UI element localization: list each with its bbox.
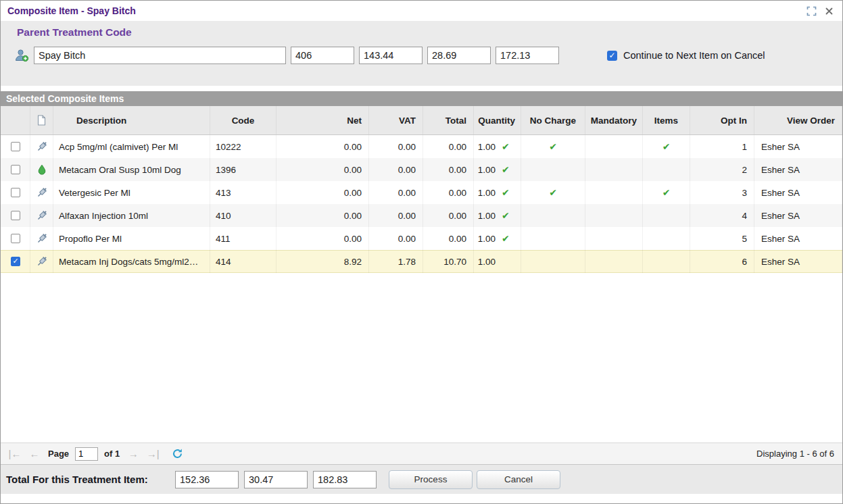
cell-items: ✔ bbox=[643, 135, 690, 158]
cell-items bbox=[643, 158, 690, 181]
cell-no-charge bbox=[521, 227, 585, 250]
parent-vat-field[interactable] bbox=[427, 47, 491, 64]
table-row[interactable]: Vetergesic Per Ml4130.000.000.001.00✔✔✔3… bbox=[1, 181, 842, 204]
droplet-icon bbox=[37, 164, 47, 175]
column-header-mandatory[interactable]: Mandatory bbox=[585, 106, 643, 134]
maximize-icon bbox=[806, 6, 817, 16]
column-header-opt-in[interactable]: Opt In bbox=[690, 106, 754, 134]
table-row[interactable]: Propoflo Per Ml4110.000.000.001.00✔5Eshe… bbox=[1, 227, 842, 250]
column-header-vat[interactable]: VAT bbox=[369, 106, 423, 134]
check-icon: ✔ bbox=[502, 210, 510, 221]
row-select-cell bbox=[1, 250, 30, 273]
parent-code-field[interactable] bbox=[291, 47, 354, 64]
header-select-column bbox=[1, 106, 30, 134]
first-page-button[interactable]: |← bbox=[7, 448, 22, 459]
column-header-description[interactable]: Description bbox=[53, 106, 210, 134]
cell-code: 1396 bbox=[210, 158, 276, 181]
column-header-code[interactable]: Code bbox=[210, 106, 276, 134]
table-header: Description Code Net VAT Total Quantity … bbox=[1, 106, 842, 135]
footer-total-field[interactable] bbox=[313, 471, 377, 488]
column-header-view-order[interactable]: View Order bbox=[754, 106, 842, 134]
continue-checkbox[interactable] bbox=[607, 51, 617, 61]
check-icon: ✔ bbox=[549, 141, 557, 152]
check-icon: ✔ bbox=[502, 164, 510, 175]
next-page-button[interactable]: → bbox=[126, 448, 141, 459]
cell-net: 0.00 bbox=[276, 135, 369, 158]
cell-opt-in: 5 bbox=[690, 227, 754, 250]
syringe-icon bbox=[36, 186, 48, 199]
refresh-button[interactable] bbox=[170, 447, 184, 461]
cell-mandatory bbox=[585, 135, 643, 158]
cell-opt-in: 1 bbox=[690, 135, 754, 158]
row-checkbox[interactable] bbox=[11, 188, 20, 197]
dialog-title: Composite Item - Spay Bitch bbox=[7, 5, 136, 16]
table-row[interactable]: Alfaxan Injection 10ml4100.000.000.001.0… bbox=[1, 204, 842, 227]
row-checkbox[interactable] bbox=[11, 142, 20, 151]
cell-code: 411 bbox=[210, 227, 276, 250]
cell-no-charge bbox=[521, 250, 585, 273]
cell-quantity: 1.00✔ bbox=[474, 204, 521, 227]
cell-view-order: Esher SA bbox=[754, 158, 842, 181]
column-header-net[interactable]: Net bbox=[276, 106, 369, 134]
cell-view-order: Esher SA bbox=[754, 181, 842, 204]
cancel-button[interactable]: Cancel bbox=[477, 470, 560, 489]
column-header-no-charge[interactable]: No Charge bbox=[521, 106, 585, 134]
cell-quantity: 1.00✔ bbox=[474, 158, 521, 181]
table-row[interactable]: Metacam Oral Susp 10ml Dog13960.000.000.… bbox=[1, 158, 842, 181]
table-row[interactable]: Metacam Inj Dogs/cats 5mg/ml2…4148.921.7… bbox=[1, 250, 842, 273]
row-icon-cell bbox=[30, 250, 53, 273]
column-header-quantity[interactable]: Quantity bbox=[474, 106, 521, 134]
syringe-icon bbox=[36, 141, 48, 153]
paging-toolbar: |← ← Page of 1 → →| Displaying 1 - 6 of … bbox=[1, 443, 842, 464]
parent-net-field[interactable] bbox=[359, 47, 423, 64]
syringe-icon bbox=[36, 209, 48, 222]
prev-page-button[interactable]: ← bbox=[27, 448, 42, 459]
parent-fields-row: Continue to Next Item on Cancel bbox=[14, 47, 842, 64]
footer-net-field[interactable] bbox=[175, 471, 239, 488]
close-icon bbox=[825, 7, 833, 15]
cell-no-charge bbox=[521, 158, 585, 181]
column-header-items[interactable]: Items bbox=[643, 106, 690, 134]
row-select-cell bbox=[1, 135, 30, 158]
maximize-button[interactable] bbox=[804, 4, 818, 18]
footer-vat-field[interactable] bbox=[244, 471, 308, 488]
footer-total-label: Total For this Treatment Item: bbox=[6, 474, 175, 485]
row-checkbox[interactable] bbox=[11, 165, 20, 174]
parent-section-heading: Parent Treatment Code bbox=[17, 26, 842, 39]
cell-code: 410 bbox=[210, 204, 276, 227]
bottom-strip bbox=[1, 494, 842, 503]
check-icon: ✔ bbox=[663, 141, 671, 152]
cell-mandatory bbox=[585, 250, 643, 273]
process-button[interactable]: Process bbox=[389, 470, 473, 489]
cell-opt-in: 2 bbox=[690, 158, 754, 181]
cell-net: 8.92 bbox=[276, 250, 369, 273]
row-icon-cell bbox=[30, 158, 53, 181]
cell-description: Alfaxan Injection 10ml bbox=[53, 204, 210, 227]
cell-opt-in: 4 bbox=[690, 204, 754, 227]
cell-mandatory bbox=[585, 158, 643, 181]
user-icon bbox=[14, 48, 29, 63]
cell-quantity: 1.00✔ bbox=[474, 181, 521, 204]
page-input[interactable] bbox=[75, 447, 98, 461]
column-header-total[interactable]: Total bbox=[423, 106, 474, 134]
row-checkbox[interactable] bbox=[11, 211, 20, 220]
parent-treatment-section: Parent Treatment Code Continue to Next I… bbox=[1, 21, 842, 86]
cell-code: 414 bbox=[210, 250, 276, 273]
row-select-cell bbox=[1, 158, 30, 181]
cell-quantity: 1.00✔ bbox=[474, 135, 521, 158]
header-item-icon-column[interactable] bbox=[30, 106, 53, 134]
check-icon: ✔ bbox=[502, 141, 510, 152]
cell-items bbox=[643, 250, 690, 273]
parent-total-field[interactable] bbox=[496, 47, 559, 64]
last-page-button[interactable]: →| bbox=[145, 448, 160, 459]
document-icon bbox=[37, 115, 46, 126]
cell-vat: 1.78 bbox=[369, 250, 423, 273]
close-button[interactable] bbox=[822, 4, 836, 18]
cell-vat: 0.00 bbox=[369, 204, 423, 227]
row-checkbox[interactable] bbox=[11, 257, 20, 266]
cell-net: 0.00 bbox=[276, 227, 369, 250]
row-checkbox[interactable] bbox=[11, 234, 20, 243]
table-row[interactable]: Acp 5mg/ml (calmivet) Per Ml102220.000.0… bbox=[1, 135, 842, 158]
parent-name-field[interactable] bbox=[34, 47, 286, 64]
cell-description: Metacam Inj Dogs/cats 5mg/ml2… bbox=[53, 250, 210, 273]
